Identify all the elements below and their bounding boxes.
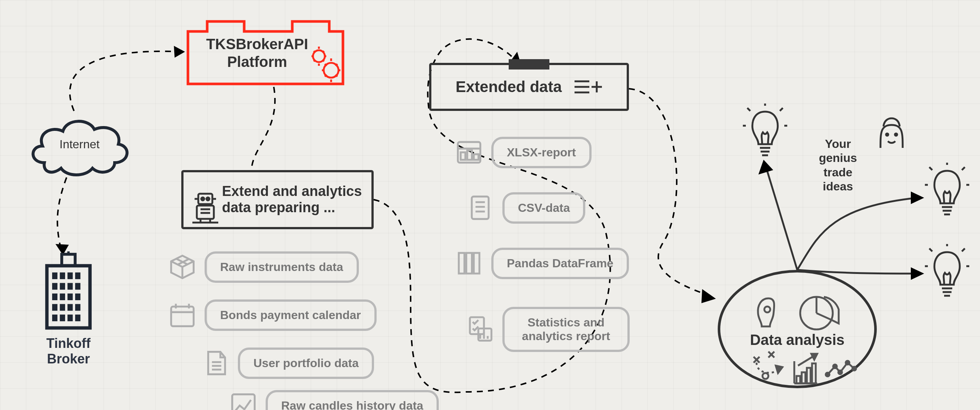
svg-rect-22: [52, 304, 57, 311]
platform-box: TKSBrokerAPI Platform: [185, 15, 346, 87]
lightbulb-icon: [925, 244, 969, 303]
svg-rect-29: [75, 315, 80, 321]
pill-pandas: Pandas DataFrame: [491, 248, 629, 279]
analysis-title: Data analysis: [720, 332, 874, 348]
svg-rect-11: [60, 272, 65, 279]
row-stats: Statistics andanalytics report: [466, 307, 630, 352]
svg-rect-14: [52, 283, 57, 289]
genius-ideas-label: Your genius trade ideas: [810, 137, 866, 194]
pill-portfolio: User portfolio data: [238, 348, 374, 379]
svg-rect-43: [171, 307, 194, 326]
platform-title-2: Platform: [227, 54, 287, 70]
row-candles: Raw candles history data: [229, 390, 439, 410]
svg-rect-28: [67, 315, 73, 321]
svg-rect-92: [807, 368, 811, 383]
calendar-icon: [168, 301, 196, 329]
svg-marker-3: [702, 289, 716, 303]
svg-point-97: [833, 364, 837, 368]
svg-marker-6: [911, 267, 924, 280]
pill-bonds-calendar: Bonds payment calendar: [205, 299, 377, 331]
list-plus-icon: [573, 78, 603, 96]
svg-rect-26: [52, 315, 57, 321]
svg-line-124: [962, 248, 965, 251]
svg-point-33: [201, 197, 204, 200]
svg-rect-19: [60, 294, 65, 300]
svg-rect-21: [75, 294, 80, 300]
svg-point-102: [895, 133, 897, 136]
svg-rect-66: [467, 151, 472, 160]
pill-raw-instruments: Raw instruments data: [205, 251, 359, 283]
svg-rect-10: [52, 272, 57, 279]
xlsx-icon: [455, 138, 483, 166]
chart-square-icon: [229, 391, 258, 410]
svg-marker-86: [776, 366, 783, 373]
svg-rect-73: [466, 253, 472, 274]
svg-rect-20: [67, 294, 73, 300]
svg-rect-72: [459, 253, 464, 274]
svg-rect-93: [812, 364, 816, 383]
svg-marker-0: [174, 46, 185, 58]
face-icon: [873, 114, 910, 152]
svg-rect-67: [474, 154, 479, 160]
svg-rect-75: [470, 317, 484, 334]
svg-rect-8: [62, 254, 75, 266]
extend-title-1: Extend and analytics: [222, 183, 362, 199]
svg-rect-23: [60, 304, 65, 311]
internet-cloud: Internet: [26, 111, 133, 178]
svg-marker-95: [811, 354, 817, 360]
document-icon: [202, 349, 230, 377]
extended-title: Extended data: [455, 78, 562, 96]
extended-box: Extended data: [429, 63, 629, 111]
svg-rect-13: [75, 272, 80, 279]
svg-rect-74: [474, 253, 479, 274]
svg-point-98: [838, 370, 842, 374]
platform-title-1: TKSBrokerAPI: [206, 36, 308, 52]
svg-line-123: [929, 248, 932, 251]
svg-rect-65: [461, 152, 465, 160]
cube-icon: [168, 253, 196, 281]
svg-rect-91: [802, 372, 805, 383]
svg-rect-27: [60, 315, 65, 321]
svg-marker-5: [911, 192, 924, 204]
row-csv: CSV-data: [466, 192, 585, 224]
svg-rect-18: [52, 294, 57, 300]
pill-candles: Raw candles history data: [266, 390, 439, 410]
svg-rect-25: [75, 304, 80, 311]
report-icon: [466, 315, 494, 343]
svg-rect-24: [67, 304, 73, 311]
svg-rect-12: [67, 272, 73, 279]
svg-rect-90: [797, 376, 800, 383]
pill-xlsx: XLSX-report: [491, 137, 592, 168]
pill-csv: CSV-data: [503, 192, 585, 224]
broker-label: Tinkoff Broker: [37, 336, 100, 367]
row-raw-instruments: Raw instruments data: [168, 251, 359, 283]
row-bonds-calendar: Bonds payment calendar: [168, 299, 377, 331]
robot-icon: [190, 192, 220, 225]
svg-point-34: [207, 197, 209, 200]
svg-point-87: [762, 373, 768, 379]
extend-box: Extend and analytics data preparing ...: [181, 170, 374, 229]
extend-title-2: data preparing ...: [222, 200, 335, 215]
svg-point-80: [764, 307, 770, 312]
svg-rect-16: [67, 283, 73, 289]
svg-point-100: [853, 367, 856, 370]
svg-line-107: [747, 108, 750, 111]
lightbulb-icon: [743, 103, 787, 163]
svg-line-116: [962, 167, 965, 170]
svg-line-108: [780, 108, 783, 111]
broker-building: Tinkoff Broker: [37, 251, 100, 348]
svg-point-96: [826, 373, 829, 377]
columns-icon: [455, 249, 483, 277]
svg-point-99: [846, 361, 850, 364]
svg-rect-15: [60, 283, 65, 289]
lightbulb-icon: [925, 163, 969, 222]
analysis-oval: Data analysis: [718, 270, 877, 388]
tape-decoration: [509, 59, 549, 70]
internet-label: Internet: [26, 138, 133, 151]
pill-stats: Statistics andanalytics report: [503, 307, 630, 352]
row-portfolio: User portfolio data: [202, 348, 374, 379]
svg-line-115: [929, 167, 932, 170]
csv-icon: [466, 194, 494, 222]
row-pandas: Pandas DataFrame: [455, 248, 629, 279]
svg-point-101: [886, 133, 888, 136]
